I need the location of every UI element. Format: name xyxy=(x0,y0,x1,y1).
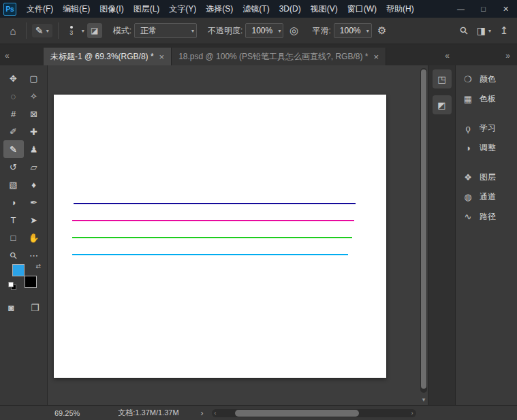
panel-group: ❖图层◍通道∿路径 xyxy=(456,167,517,227)
share-icon[interactable]: ↥ xyxy=(497,25,512,37)
smoothing-select[interactable]: 100% ▾ xyxy=(334,23,372,38)
horizontal-scrollbar[interactable]: ‹ › xyxy=(212,409,416,417)
quick-selection-tool[interactable]: ✧ xyxy=(24,87,44,105)
rectangle-tool[interactable]: □ xyxy=(3,229,24,246)
eraser-tool[interactable]: ▱ xyxy=(24,158,44,176)
menu-select[interactable]: 选择(S) xyxy=(201,0,238,18)
close-tab-icon[interactable]: × xyxy=(159,52,165,62)
chevron-down-icon: ▾ xyxy=(278,28,281,34)
tab-untitled-1[interactable]: 未标题-1 @ 69.3%(RGB/8) * × xyxy=(44,48,172,65)
menu-filter[interactable]: 滤镜(T) xyxy=(238,0,274,18)
pen-tool[interactable]: ✒ xyxy=(24,193,44,211)
scroll-right-icon[interactable]: › xyxy=(411,409,413,417)
healing-brush-tool-icon: ✚ xyxy=(30,127,37,137)
status-expand-icon[interactable]: › xyxy=(201,408,204,418)
default-foreground xyxy=(8,282,14,287)
brush-settings-icon[interactable]: ◪ xyxy=(87,23,102,38)
background-color-swatch[interactable] xyxy=(25,276,37,288)
dodge-tool[interactable]: ◑ xyxy=(3,193,24,211)
quick-mask-icon[interactable]: ◙ xyxy=(8,302,14,313)
tab-18psd[interactable]: 18.psd @ 100% (PS铅笔工具怎么画直线?, RGB/8) * × xyxy=(172,48,386,65)
menu-view[interactable]: 视图(V) xyxy=(306,0,343,18)
panel-tab-color[interactable]: ❍颜色 xyxy=(456,69,517,89)
tool-preset-picker[interactable]: ✎ ▾ xyxy=(32,24,52,37)
menu-3d[interactable]: 3D(D) xyxy=(275,0,306,18)
pencil-tool[interactable]: ✎ xyxy=(3,140,24,158)
maximize-button[interactable]: □ xyxy=(472,0,495,18)
opacity-value: 100% xyxy=(251,26,275,35)
scroll-left-icon[interactable]: ‹ xyxy=(215,409,217,417)
brush-size-picker[interactable]: 3 ▾ xyxy=(64,26,84,36)
chevron-down-icon: ▾ xyxy=(46,28,49,34)
opacity-select[interactable]: 100% ▾ xyxy=(245,23,283,38)
menu-layer[interactable]: 图层(L) xyxy=(129,0,165,18)
frame-tool[interactable]: ⊠ xyxy=(24,105,44,123)
collapsed-panel-group-2[interactable]: ◩ xyxy=(433,95,452,114)
menubar: 文件(F)编辑(E)图像(I)图层(L)文字(Y)选择(S)滤镜(T)3D(D)… xyxy=(22,0,419,18)
clone-stamp-tool[interactable]: ♟ xyxy=(24,140,44,158)
photoshop-window: Ps 文件(F)编辑(E)图像(I)图层(L)文字(Y)选择(S)滤镜(T)3D… xyxy=(0,0,517,420)
blur-tool[interactable]: ♦ xyxy=(24,176,44,193)
marquee-tool[interactable]: ▢ xyxy=(24,69,44,87)
history-brush-tool[interactable]: ↺ xyxy=(3,158,24,176)
panel-tab-swatches[interactable]: ▦色板 xyxy=(456,89,517,109)
expand-dock-icon[interactable]: « xyxy=(445,52,450,60)
zoom-level[interactable]: 69.25% xyxy=(54,409,80,417)
canvas-area[interactable]: ▾ xyxy=(48,65,428,405)
type-tool[interactable]: T xyxy=(3,211,24,229)
panel-tab-channels[interactable]: ◍通道 xyxy=(456,187,517,207)
horizontal-scrollbar-thumb[interactable] xyxy=(235,410,359,417)
close-button[interactable]: ✕ xyxy=(495,0,517,18)
swap-colors-icon[interactable]: ⇄ xyxy=(35,263,41,270)
menu-window[interactable]: 窗口(W) xyxy=(343,0,381,18)
learn-label: 学习 xyxy=(480,123,496,134)
foreground-color-swatch[interactable] xyxy=(12,264,25,276)
panel-tab-adjustments[interactable]: ◑调整 xyxy=(456,138,517,158)
path-selection-tool-icon: ➤ xyxy=(30,215,37,225)
search-icon[interactable]: ⚲ xyxy=(454,21,473,40)
document-canvas[interactable] xyxy=(54,95,386,378)
zoom-tool[interactable]: ⚲ xyxy=(3,246,24,264)
gear-icon[interactable]: ⚙ xyxy=(375,25,390,37)
adjustments-icon: ◑ xyxy=(463,143,473,153)
smoothing-label: 平滑: xyxy=(312,25,330,37)
close-tab-icon[interactable]: × xyxy=(373,52,379,62)
crop-tool[interactable]: # xyxy=(3,105,24,123)
panel-group: ϙ学习◑调整 xyxy=(456,118,517,158)
history-brush-tool-icon: ↺ xyxy=(10,162,17,172)
vertical-scrollbar-thumb[interactable] xyxy=(421,69,426,389)
lasso-tool[interactable]: ◌ xyxy=(3,87,24,105)
collapse-panel-icon[interactable]: » xyxy=(505,52,510,60)
pressure-icon[interactable]: ◎ xyxy=(286,25,301,37)
path-selection-tool[interactable]: ➤ xyxy=(24,211,44,229)
menu-image[interactable]: 图像(I) xyxy=(95,0,128,18)
move-tool-icon: ✥ xyxy=(10,74,17,84)
menu-type[interactable]: 文字(Y) xyxy=(164,0,201,18)
gradient-tool[interactable]: ▧ xyxy=(3,176,24,193)
swatches-icon: ▦ xyxy=(463,94,473,104)
healing-brush-tool[interactable]: ✚ xyxy=(24,123,44,140)
eraser-tool-icon: ▱ xyxy=(31,162,37,172)
edit-toolbar[interactable]: ⋯ xyxy=(24,246,44,264)
mode-select[interactable]: 正常 ▾ xyxy=(134,23,197,38)
default-colors-icon[interactable] xyxy=(8,282,18,291)
current-tool-icon: ✎ xyxy=(35,25,44,36)
menu-file[interactable]: 文件(F) xyxy=(22,0,58,18)
panel-tab-learn[interactable]: ϙ学习 xyxy=(456,118,517,138)
vertical-scrollbar[interactable] xyxy=(420,68,427,393)
eyedropper-tool[interactable]: ✐ xyxy=(3,123,24,140)
move-tool[interactable]: ✥ xyxy=(3,69,24,87)
menu-edit[interactable]: 编辑(E) xyxy=(58,0,95,18)
panel-tab-layers[interactable]: ❖图层 xyxy=(456,167,517,187)
hand-tool[interactable]: ✋ xyxy=(24,229,44,246)
collapse-tabs-icon[interactable]: « xyxy=(5,52,10,60)
minimize-button[interactable]: — xyxy=(450,0,472,18)
scroll-down-icon[interactable]: ▾ xyxy=(420,396,428,403)
panel-tab-paths[interactable]: ∿路径 xyxy=(456,207,517,227)
workspace-switcher[interactable]: ◨ ▾ xyxy=(477,25,491,36)
collapsed-panel-group-1[interactable]: ◳ xyxy=(433,69,452,88)
menu-help[interactable]: 帮助(H) xyxy=(381,0,419,18)
home-icon[interactable]: ⌂ xyxy=(5,25,20,37)
screen-mode-icon[interactable]: ❐ xyxy=(31,302,40,313)
options-bar-right: ⚲ ◨ ▾ ↥ xyxy=(456,25,512,37)
